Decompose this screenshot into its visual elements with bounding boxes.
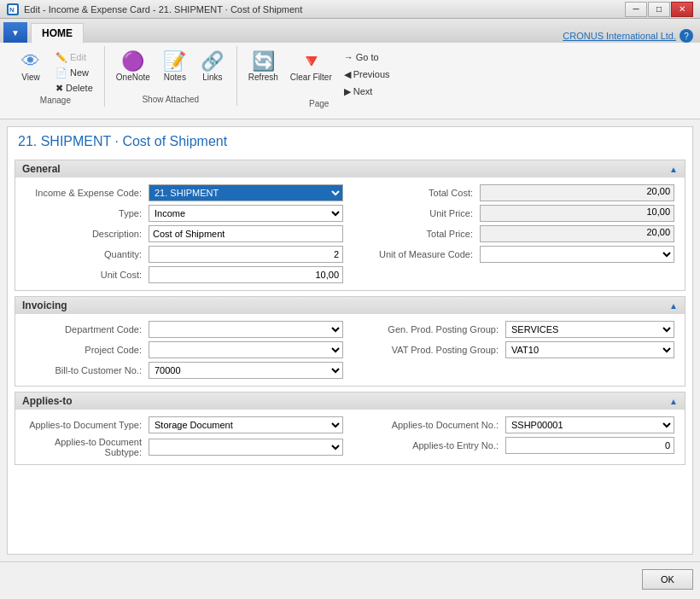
income-expense-code-label: Income & Expense Code: [26,188,145,198]
footer: OK [0,561,700,596]
help-button[interactable]: ? [680,29,693,43]
type-select[interactable]: Income [149,205,343,222]
applies-doc-subtype-label: Applies-to Document Subtype: [26,437,145,457]
unit-measure-row: Unit of Measure Code: [357,246,674,263]
links-button[interactable]: 🔗 Links [195,49,230,84]
delete-label: Delete [66,83,93,93]
onenote-button[interactable]: 🟣 OneNote [112,49,155,84]
clear-filter-button[interactable]: 🔻 Clear Filter [286,49,336,84]
go-to-label: Go to [356,52,379,62]
general-section-header[interactable]: General ▲ [15,160,685,177]
general-form-grid: Income & Expense Code: 21. SHIPMENT Type… [26,184,674,283]
general-section: General ▲ Income & Expense Code: 21. SHI… [15,160,685,291]
company-info: CRONUS International Ltd. ? [563,29,700,43]
income-expense-code-select[interactable]: 21. SHIPMENT [149,184,343,201]
next-button[interactable]: ▶ Next [340,84,394,99]
applies-to-collapse-icon: ▲ [669,397,678,406]
applies-doc-type-select[interactable]: Storage Document [149,416,343,433]
invoicing-right-col: Gen. Prod. Posting Group: SERVICES VAT P… [357,321,674,379]
project-code-select[interactable] [149,341,343,358]
show-attached-buttons: 🟣 OneNote 📝 Notes 🔗 Links [112,46,230,95]
unit-measure-label: Unit of Measure Code: [357,249,476,259]
unit-cost-label: Unit Cost: [26,270,145,280]
applies-doc-no-row: Applies-to Document No.: SSHP00001 [357,416,674,433]
company-name[interactable]: CRONUS International Ltd. [563,31,676,41]
bill-to-customer-select[interactable]: 70000 [149,362,343,379]
previous-label: Previous [353,69,390,79]
department-code-label: Department Code: [26,324,145,334]
department-code-select[interactable] [149,321,343,338]
unit-price-value: 10,00 [480,205,674,222]
gen-prod-posting-select[interactable]: SERVICES [505,321,674,338]
unit-cost-input[interactable] [149,266,343,283]
maximize-button[interactable]: □ [648,2,670,17]
applies-to-section-header[interactable]: Applies-to ▲ [15,393,685,410]
applies-doc-no-label: Applies-to Document No.: [357,420,502,430]
gen-prod-posting-row: Gen. Prod. Posting Group: SERVICES [357,321,674,338]
unit-price-label: Unit Price: [357,208,476,218]
type-row: Type: Income [26,205,343,222]
new-button[interactable]: 📄 New [51,65,97,80]
app-icon: N [7,3,19,15]
applies-entry-no-input[interactable] [505,437,674,454]
delete-button[interactable]: ✖ Delete [51,80,97,96]
applies-entry-no-row: Applies-to Entry No.: [357,437,674,454]
ribbon-group-manage: 👁 View ✏️ Edit 📄 New ✖ Delete Manage [7,46,105,107]
general-section-title: General [22,163,61,175]
description-input[interactable] [149,225,343,242]
unit-measure-select[interactable] [480,246,674,263]
tab-home[interactable]: HOME [31,23,84,44]
goto-icon: → [344,52,353,62]
income-expense-code-row: Income & Expense Code: 21. SHIPMENT [26,184,343,201]
edit-button[interactable]: ✏️ Edit [51,49,97,65]
applies-to-form-grid: Applies-to Document Type: Storage Docume… [26,416,674,457]
quantity-input[interactable] [149,246,343,263]
applies-doc-subtype-row: Applies-to Document Subtype: [26,437,343,457]
refresh-button[interactable]: 🔄 Refresh [244,49,283,84]
ok-button[interactable]: OK [642,569,693,590]
refresh-label: Refresh [248,73,278,82]
ribbon-group-show-attached: 🟣 OneNote 📝 Notes 🔗 Links Show Attached [105,46,237,106]
total-cost-row: Total Cost: 20,00 [357,184,674,201]
invoicing-section-header[interactable]: Invoicing ▲ [15,297,685,314]
general-right-col: Total Cost: 20,00 Unit Price: 10,00 Tota… [357,184,674,283]
close-button[interactable]: ✕ [671,2,693,17]
manage-stack: ✏️ Edit 📄 New ✖ Delete [51,49,97,96]
page-buttons: 🔄 Refresh 🔻 Clear Filter → Go to ◀ Previ… [244,46,394,99]
go-to-button[interactable]: → Go to [340,49,394,65]
bill-to-customer-row: Bill-to Customer No.: 70000 [26,362,343,379]
gen-prod-posting-label: Gen. Prod. Posting Group: [357,324,502,334]
page-title: 21. SHIPMENT · Cost of Shipment [8,127,692,156]
applies-doc-subtype-select[interactable] [149,439,343,456]
notes-button[interactable]: 📝 Notes [158,49,192,84]
project-code-label: Project Code: [26,345,145,355]
edit-icon: ✏️ [55,52,67,63]
applies-doc-type-row: Applies-to Document Type: Storage Docume… [26,416,343,433]
page-group-label: Page [309,99,329,110]
quantity-label: Quantity: [26,249,145,259]
vat-prod-posting-label: VAT Prod. Posting Group: [357,345,502,355]
notes-icon: 📝 [163,52,186,71]
page-content: 21. SHIPMENT · Cost of Shipment General … [7,126,693,555]
applies-doc-no-select[interactable]: SSHP00001 [505,416,674,433]
ribbon-tabs: ▼ HOME CRONUS International Ltd. ? [0,19,700,43]
view-icon: 👁 [21,52,40,71]
applies-entry-no-label: Applies-to Entry No.: [357,440,502,451]
window-controls: ─ □ ✕ [625,2,693,17]
view-button[interactable]: 👁 View [14,49,48,84]
manage-group-label: Manage [40,96,71,107]
total-cost-value: 20,00 [480,184,674,201]
general-section-body: Income & Expense Code: 21. SHIPMENT Type… [15,177,685,290]
minimize-button[interactable]: ─ [625,2,647,17]
general-collapse-icon: ▲ [669,165,678,174]
app-menu-button[interactable]: ▼ [3,22,27,43]
applies-to-right-col: Applies-to Document No.: SSHP00001 Appli… [357,416,674,457]
onenote-label: OneNote [116,73,150,82]
unit-cost-row: Unit Cost: [26,266,343,283]
total-cost-label: Total Cost: [357,188,476,198]
previous-button[interactable]: ◀ Previous [340,67,394,82]
delete-icon: ✖ [55,83,63,94]
applies-to-left-col: Applies-to Document Type: Storage Docume… [26,416,343,457]
vat-prod-posting-select[interactable]: VAT10 [505,341,674,358]
ribbon-group-page: 🔄 Refresh 🔻 Clear Filter → Go to ◀ Previ… [237,46,401,110]
